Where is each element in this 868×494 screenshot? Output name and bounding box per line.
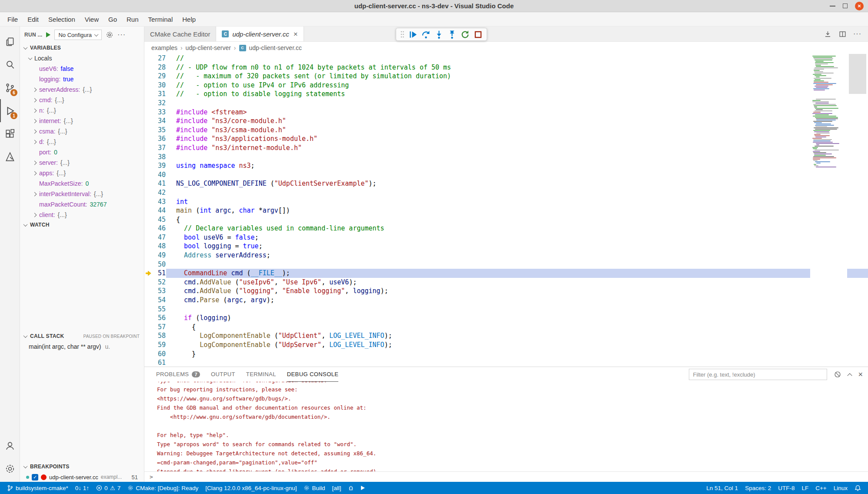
- editor-gutter[interactable]: 37: [144, 144, 176, 153]
- run-and-debug-icon[interactable]: 1: [0, 99, 20, 122]
- code-line[interactable]: 36#include "ns3/applications-module.h": [144, 134, 810, 144]
- encoding-status[interactable]: UTF-8: [775, 482, 798, 494]
- watch-section-header[interactable]: WATCH: [20, 220, 144, 230]
- editor-gutter[interactable]: 40: [144, 170, 176, 180]
- editor-gutter[interactable]: 34: [144, 117, 176, 126]
- code-line[interactable]: 48 bool logging = true;: [144, 242, 810, 251]
- os-indicator[interactable]: Linux: [830, 482, 851, 494]
- code-line[interactable]: 38: [144, 153, 810, 162]
- editor-gutter[interactable]: 42: [144, 188, 176, 197]
- code-line[interactable]: 27//: [144, 54, 810, 63]
- menu-item-file[interactable]: File: [3, 16, 23, 23]
- menu-item-view[interactable]: View: [80, 16, 103, 23]
- editor-gutter[interactable]: 51: [144, 269, 176, 278]
- variable-row[interactable]: csma:{...}: [20, 126, 144, 137]
- code-line[interactable]: 54 cmd.Parse (argc, argv);: [144, 296, 810, 305]
- code-line[interactable]: 45{: [144, 215, 810, 224]
- accounts-icon[interactable]: [0, 434, 20, 457]
- cmake-status[interactable]: CMake: [Debug]: Ready: [124, 482, 202, 494]
- code-line[interactable]: 53 cmd.AddValue ("logging", "Enable logg…: [144, 287, 810, 296]
- close-window-icon[interactable]: ×: [855, 2, 864, 10]
- editor-gutter[interactable]: 27: [144, 54, 176, 63]
- cmake-debug-icon[interactable]: [344, 482, 357, 494]
- start-debugging-icon[interactable]: [46, 32, 50, 37]
- code-line[interactable]: 56 if (logging): [144, 314, 810, 323]
- variable-row[interactable]: logging:true: [20, 74, 144, 84]
- source-control-icon[interactable]: 6: [0, 76, 20, 99]
- restart-button[interactable]: [461, 30, 470, 39]
- cmake-build-target[interactable]: [all]: [328, 482, 344, 494]
- panel-tab-debug-console[interactable]: DEBUG CONSOLE: [287, 367, 339, 382]
- breakpoint-checkbox[interactable]: ✓: [32, 474, 38, 481]
- editor-gutter[interactable]: 56: [144, 314, 176, 323]
- editor-gutter[interactable]: 28: [144, 63, 176, 72]
- editor-gutter[interactable]: 44: [144, 206, 176, 215]
- editor-gutter[interactable]: 54: [144, 296, 176, 305]
- cmake-build-button[interactable]: Build: [300, 482, 328, 494]
- menu-item-run[interactable]: Run: [122, 16, 144, 23]
- cmake-kit-selector[interactable]: [Clang 12.0.0 x86_64-pc-linux-gnu]: [202, 482, 300, 494]
- tab-cmake-cache-editor[interactable]: CMake Cache Editor: [144, 27, 216, 41]
- editor-gutter[interactable]: 38: [144, 153, 176, 162]
- step-over-button[interactable]: [421, 30, 431, 39]
- notifications-bell-icon[interactable]: [851, 482, 865, 494]
- editor-gutter[interactable]: 35: [144, 126, 176, 135]
- variable-row[interactable]: client:{...}: [20, 210, 144, 220]
- variables-section-header[interactable]: VARIABLES: [20, 43, 144, 53]
- code-line[interactable]: 50: [144, 260, 810, 269]
- editor-gutter[interactable]: 48: [144, 242, 176, 251]
- editor-gutter[interactable]: 29: [144, 72, 176, 81]
- code-line[interactable]: 57 {: [144, 323, 810, 332]
- editor-gutter[interactable]: 43: [144, 197, 176, 207]
- debug-console-input[interactable]: >: [144, 471, 868, 482]
- editor-more-actions-icon[interactable]: ···: [853, 30, 861, 38]
- panel-tab-problems[interactable]: PROBLEMS7: [156, 367, 200, 382]
- close-panel-icon[interactable]: ×: [858, 370, 863, 378]
- editor-scrollbar[interactable]: [847, 54, 868, 367]
- panel-tab-terminal[interactable]: TERMINAL: [246, 367, 276, 382]
- code-line[interactable]: 60 }: [144, 350, 810, 359]
- editor-gutter[interactable]: 50: [144, 260, 176, 269]
- maximize-icon[interactable]: [843, 3, 848, 8]
- variable-row[interactable]: server:{...}: [20, 157, 144, 168]
- title-bar[interactable]: udp-client-server.cc - ns-3-dev - Visual…: [0, 0, 868, 12]
- step-into-button[interactable]: [434, 30, 444, 39]
- code-line[interactable]: 49 Address serverAddress;: [144, 251, 810, 260]
- git-branch-status[interactable]: buildsystem-cmake*: [3, 482, 72, 494]
- language-mode-status[interactable]: C++: [812, 482, 830, 494]
- code-line[interactable]: 59 LogComponentEnable ("UdpServer", LOG_…: [144, 340, 810, 350]
- debug-console[interactable]: Type "show configuration" for configurat…: [144, 382, 868, 482]
- code-editor[interactable]: 27//28// - UDP flow from n0 to n1 of 102…: [144, 54, 868, 367]
- variable-row[interactable]: MaxPacketSize:0: [20, 178, 144, 189]
- menu-item-edit[interactable]: Edit: [23, 16, 43, 23]
- code-line[interactable]: 51 CommandLine cmd (__FILE__);: [144, 269, 810, 278]
- debug-configuration-dropdown[interactable]: No Configura: [54, 30, 102, 40]
- variable-row[interactable]: useV6:false: [20, 63, 144, 74]
- editor-gutter[interactable]: 52: [144, 278, 176, 287]
- minimap[interactable]: [810, 54, 847, 367]
- code-line[interactable]: 46 // Declare variables used in command-…: [144, 224, 810, 233]
- indentation-status[interactable]: Spaces: 2: [741, 482, 775, 494]
- menu-item-selection[interactable]: Selection: [43, 16, 80, 23]
- search-icon[interactable]: [0, 53, 20, 76]
- cmake-launch-icon[interactable]: [357, 482, 368, 494]
- code-line[interactable]: 52 cmd.AddValue ("useIpv6", "Use Ipv6", …: [144, 278, 810, 287]
- stop-button[interactable]: [474, 30, 483, 39]
- code-line[interactable]: 58 LogComponentEnable ("UdpClient", LOG_…: [144, 331, 810, 340]
- code-line[interactable]: 43int: [144, 197, 810, 207]
- code-line[interactable]: 40: [144, 170, 810, 180]
- code-line[interactable]: 61: [144, 358, 810, 367]
- editor-gutter[interactable]: 31: [144, 90, 176, 99]
- code-line[interactable]: 33#include <fstream>: [144, 108, 810, 117]
- editor-gutter[interactable]: 55: [144, 305, 176, 314]
- variable-row[interactable]: maxPacketCount:32767: [20, 199, 144, 210]
- extensions-icon[interactable]: [0, 122, 20, 145]
- code-line[interactable]: 44main (int argc, char *argv[]): [144, 206, 810, 215]
- variable-row[interactable]: n:{...}: [20, 105, 144, 116]
- variable-row[interactable]: serverAddress:{...}: [20, 84, 144, 95]
- stack-frame-row[interactable]: main(int argc, char ** argv) u.: [20, 341, 144, 352]
- code-line[interactable]: 37#include "ns3/internet-module.h": [144, 144, 810, 153]
- call-stack-section-header[interactable]: CALL STACK PAUSED ON BREAKPOINT: [20, 331, 144, 341]
- variable-row[interactable]: port:0: [20, 147, 144, 157]
- locals-scope[interactable]: Locals: [20, 53, 144, 63]
